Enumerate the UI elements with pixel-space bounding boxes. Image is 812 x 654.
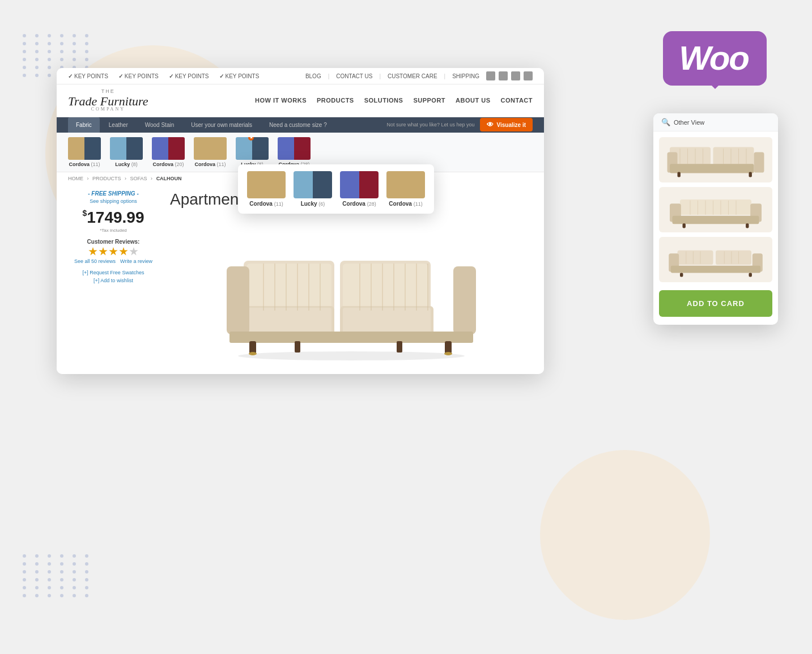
- tab-custom-size[interactable]: Need a custome size ?: [261, 117, 335, 133]
- thumb-sofa-3: [665, 239, 767, 280]
- star-2: [99, 247, 108, 256]
- swatch-dropdown: Cordova (11) Lucky (6) Cordova (28) Cord…: [238, 164, 434, 214]
- sd-item-1[interactable]: Cordova (11): [247, 171, 286, 207]
- svg-point-17: [444, 352, 452, 355]
- star-5: [129, 247, 138, 256]
- top-bar-right: BLOG | CONTACT US | CUSTOMER CARE | SHIP…: [305, 71, 533, 80]
- swatch-item-4[interactable]: Cordova (11): [194, 137, 227, 167]
- key-points-row: ✓ KEY POINTS ✓ KEY POINTS ✓ KEY POINTS ✓…: [68, 73, 259, 79]
- swatch-box-6: [278, 137, 311, 160]
- swatch-label-4: Cordova (11): [194, 162, 226, 167]
- request-swatches-link[interactable]: [+] Request Free Swatches: [68, 270, 159, 275]
- see-shipping-link[interactable]: See shipping options: [68, 198, 159, 204]
- dot-grid-bottom-left: [23, 554, 93, 597]
- tab-own-materials[interactable]: User your own materials: [183, 117, 260, 133]
- contact-us-link[interactable]: CONTACT US: [336, 73, 372, 79]
- woo-badge: Woo: [663, 31, 767, 86]
- breadcrumb-sofas[interactable]: SOFAS: [130, 176, 147, 181]
- blog-link[interactable]: BLOG: [305, 73, 321, 79]
- thumb-1[interactable]: [659, 137, 772, 182]
- svg-rect-8: [343, 308, 431, 336]
- svg-rect-59: [678, 250, 713, 265]
- key-point-3: ✓ KEY POINTS: [169, 73, 209, 79]
- product-image-area: Apartment Sofa: [170, 190, 533, 363]
- svg-rect-35: [670, 164, 754, 173]
- svg-point-16: [249, 352, 257, 355]
- sd-item-2[interactable]: Lucky (6): [294, 171, 332, 207]
- thumb-3[interactable]: [659, 237, 772, 282]
- nav-support[interactable]: SUPPORT: [413, 97, 445, 104]
- review-links: See all 50 reviews Write a review: [68, 258, 159, 264]
- swatch-item-5[interactable]: ★ Lucky (8): [236, 137, 269, 167]
- nav-how-it-works[interactable]: HOW IT WORKS: [255, 97, 307, 104]
- google-plus-icon[interactable]: [511, 71, 520, 80]
- star-1: [88, 247, 97, 256]
- svg-rect-60: [716, 250, 751, 265]
- thumb-2[interactable]: [659, 187, 772, 232]
- swatch-box-5: ★: [236, 137, 269, 160]
- facebook-icon[interactable]: [486, 71, 495, 80]
- add-to-card-button[interactable]: ADD TO CARD: [659, 290, 772, 317]
- swatch-label-1: Cordova (11): [69, 162, 100, 167]
- add-to-wishlist-link[interactable]: [+] Add to wishlist: [68, 278, 159, 283]
- sd-item-4[interactable]: Cordova (11): [386, 171, 425, 207]
- search-icon: 🔍: [661, 118, 670, 126]
- svg-rect-32: [713, 147, 754, 165]
- reviews-label: Customer Reviews:: [68, 239, 159, 245]
- right-panel: 🔍 Other View: [653, 113, 778, 325]
- customer-care-link[interactable]: CUSTOMER CARE: [388, 73, 437, 79]
- tab-leather[interactable]: Leather: [101, 117, 136, 133]
- twitter-icon[interactable]: [499, 71, 508, 80]
- tax-text: *Tax included: [68, 228, 159, 233]
- svg-rect-58: [746, 223, 749, 228]
- product-sidebar: - FREE SHIPPING - See shipping options $…: [68, 190, 159, 363]
- svg-rect-57: [683, 223, 686, 228]
- svg-rect-13: [295, 341, 300, 353]
- nav-solutions[interactable]: SOLUTIONS: [364, 97, 403, 104]
- not-sure-text: Not sure what you like? Let us hep you: [386, 122, 474, 128]
- see-all-reviews[interactable]: See all 50 reviews: [74, 258, 116, 264]
- breadcrumb-products[interactable]: PRODUCTS: [92, 176, 121, 181]
- swatch-item-2[interactable]: Lucky (8): [110, 137, 143, 167]
- free-shipping-label: - FREE SHIPPING -: [68, 190, 159, 197]
- visualize-label: Visualize it: [496, 122, 526, 128]
- tab-wood-stain[interactable]: Wood Stain: [137, 117, 182, 133]
- svg-rect-34: [754, 152, 764, 173]
- key-point-1: ✓ KEY POINTS: [68, 73, 108, 79]
- swatch-label-2: Lucky (8): [115, 162, 138, 167]
- nav-contact[interactable]: CONTACT: [501, 97, 533, 104]
- shipping-link[interactable]: SHIPPING: [452, 73, 479, 79]
- swatch-item-3[interactable]: Cordova (20): [152, 137, 185, 167]
- tab-bar-right: Not sure what you like? Let us hep you 👁…: [386, 118, 533, 131]
- star-3: [109, 247, 118, 256]
- svg-rect-10: [453, 266, 476, 334]
- instagram-icon[interactable]: [524, 71, 533, 80]
- product-image: [215, 215, 487, 363]
- nav-about-us[interactable]: ABOUT US: [456, 97, 490, 104]
- svg-rect-63: [671, 266, 760, 273]
- main-nav: THE Trade Furniture COMPANY HOW IT WORKS…: [57, 84, 544, 117]
- swatch-item-6[interactable]: Cordova (28): [278, 137, 311, 167]
- visualize-button[interactable]: 👁 Visualize it: [480, 118, 533, 131]
- swatch-box-4: [194, 137, 227, 160]
- svg-rect-9: [227, 266, 249, 334]
- swatch-box-3: [152, 137, 185, 160]
- swatch-box-1: [68, 137, 101, 160]
- logo: THE Trade Furniture COMPANY: [68, 89, 148, 112]
- swatch-label-3: Cordova (20): [152, 162, 184, 167]
- write-review[interactable]: Write a review: [120, 258, 152, 264]
- svg-rect-4: [343, 264, 428, 309]
- decorative-circle-right: [540, 450, 710, 620]
- nav-products[interactable]: PRODUCTS: [317, 97, 354, 104]
- thumb-sofa-2: [665, 189, 767, 230]
- swatch-box-2: [110, 137, 143, 160]
- sd-item-3[interactable]: Cordova (28): [340, 171, 379, 207]
- svg-rect-44: [678, 172, 681, 177]
- tab-fabric[interactable]: Fabric: [68, 117, 100, 133]
- swatch-item-1[interactable]: Cordova (11): [68, 137, 101, 167]
- svg-rect-14: [397, 341, 402, 353]
- tab-bar: Fabric Leather Wood Stain User your own …: [57, 117, 544, 133]
- svg-rect-11: [229, 332, 473, 343]
- breadcrumb-home[interactable]: HOME: [68, 176, 83, 181]
- svg-rect-6: [244, 308, 331, 336]
